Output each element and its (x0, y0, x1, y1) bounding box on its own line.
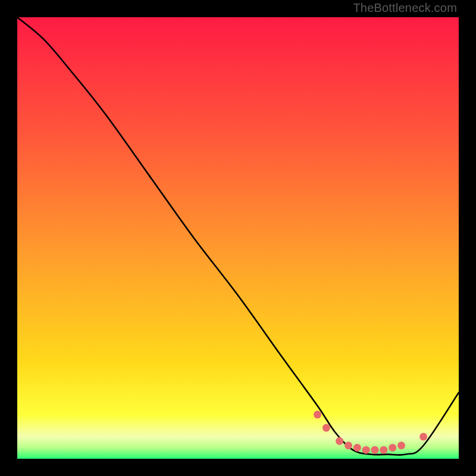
data-marker (314, 411, 321, 418)
data-marker (397, 441, 405, 449)
watermark-text: TheBottleneck.com (353, 1, 457, 15)
data-marker (322, 424, 330, 432)
data-marker (371, 446, 379, 454)
plot-area (17, 17, 459, 459)
data-marker (380, 446, 387, 454)
data-marker (362, 446, 370, 454)
data-marker (336, 437, 343, 445)
data-marker (389, 444, 396, 452)
data-marker (345, 441, 352, 449)
data-marker (353, 444, 361, 452)
bottleneck-curve (17, 17, 459, 459)
data-marker (419, 433, 427, 440)
chart-frame: TheBottleneck.com (0, 0, 476, 476)
